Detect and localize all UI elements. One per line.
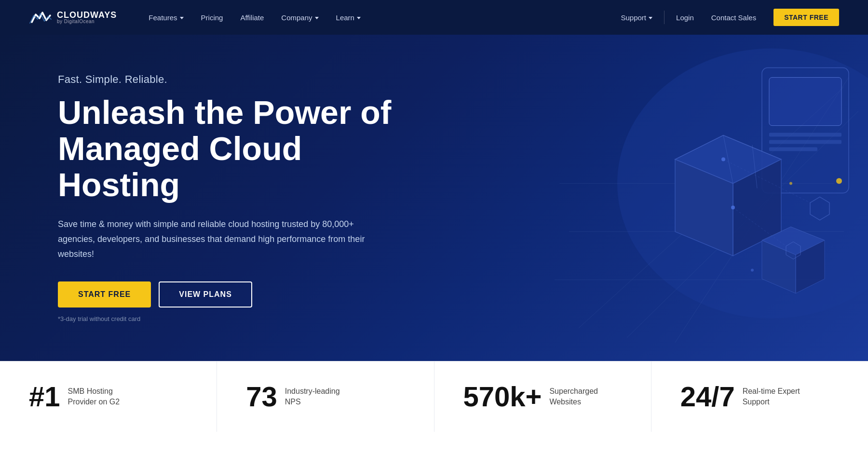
hero-content: Fast. Simple. Reliable. Unleash the Powe…	[58, 73, 395, 322]
hero-description: Save time & money with simple and reliab…	[58, 217, 366, 261]
hero-graphic	[482, 35, 868, 361]
svg-point-25	[721, 158, 725, 161]
hero-tagline: Fast. Simple. Reliable.	[58, 73, 395, 86]
nav-support[interactable]: Support	[613, 10, 661, 26]
hero-title: Unleash the Power of Managed Cloud Hosti…	[58, 94, 395, 202]
stat-number: #1	[29, 383, 60, 411]
nav-learn[interactable]: Learn	[328, 10, 368, 26]
stat-item: #1 SMB Hosting Provider on G2	[0, 361, 217, 432]
stat-item: 73 Industry-leading NPS	[217, 361, 434, 432]
svg-point-28	[751, 269, 754, 272]
nav-login[interactable]: Login	[668, 10, 702, 26]
hero-start-free-button[interactable]: START FREE	[58, 281, 151, 308]
stat-description: Industry-leading NPS	[285, 386, 343, 408]
svg-rect-10	[769, 140, 841, 144]
svg-rect-11	[769, 147, 817, 151]
hero-title-line1: Unleash the Power of	[58, 94, 391, 131]
navbar: CLOUDWAYS by DigitalOcean Features Prici…	[0, 0, 868, 35]
nav-features[interactable]: Features	[141, 10, 191, 26]
navbar-right: Support Login Contact Sales START FREE	[613, 9, 840, 26]
logo[interactable]: CLOUDWAYS by DigitalOcean	[29, 9, 117, 26]
learn-chevron-icon	[357, 17, 361, 19]
logo-text: CLOUDWAYS by DigitalOcean	[57, 11, 117, 24]
svg-point-26	[731, 206, 735, 210]
svg-point-12	[836, 178, 842, 184]
hero-illustration	[482, 35, 868, 361]
stat-item: 570k+ Supercharged Websites	[434, 361, 651, 432]
stat-item: 24/7 Real-time Expert Support	[651, 361, 868, 432]
brand-sub: by DigitalOcean	[57, 19, 117, 24]
nav-pricing[interactable]: Pricing	[193, 10, 231, 26]
svg-rect-9	[769, 133, 841, 137]
hero-title-line2: Managed Cloud Hosting	[58, 130, 302, 203]
main-nav: Features Pricing Affiliate Company Learn	[141, 10, 613, 26]
brand-name: CLOUDWAYS	[57, 11, 117, 19]
nav-company[interactable]: Company	[273, 10, 326, 26]
hero-trial-note: *3-day trial without credit card	[58, 315, 395, 322]
stat-number: 570k+	[463, 383, 542, 411]
hero-buttons: START FREE VIEW PLANS	[58, 281, 395, 308]
hero-view-plans-button[interactable]: VIEW PLANS	[159, 281, 252, 308]
company-chevron-icon	[315, 17, 319, 19]
logo-icon	[29, 9, 52, 26]
stat-description: Real-time Expert Support	[743, 386, 800, 408]
stats-bar: #1 SMB Hosting Provider on G2 73 Industr…	[0, 361, 868, 432]
nav-affiliate[interactable]: Affiliate	[232, 10, 271, 26]
stat-description: SMB Hosting Provider on G2	[68, 386, 126, 408]
stat-number: 24/7	[680, 383, 735, 411]
stat-description: Supercharged Websites	[549, 386, 607, 408]
features-chevron-icon	[180, 17, 184, 19]
nav-divider	[664, 11, 665, 24]
support-chevron-icon	[649, 17, 652, 19]
svg-rect-8	[769, 78, 841, 126]
nav-start-free-button[interactable]: START FREE	[773, 9, 839, 26]
nav-contact-sales[interactable]: Contact Sales	[702, 10, 766, 26]
hero-section: Fast. Simple. Reliable. Unleash the Powe…	[0, 35, 868, 361]
svg-point-27	[789, 182, 792, 185]
stat-number: 73	[246, 383, 277, 411]
